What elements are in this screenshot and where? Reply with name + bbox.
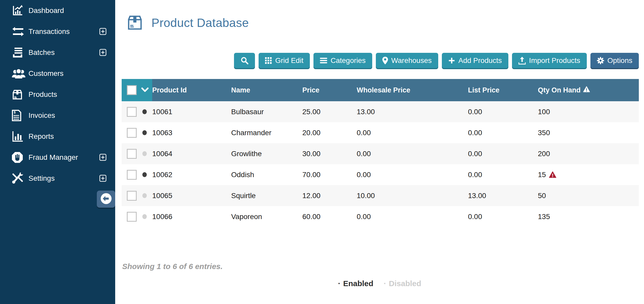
add-products-button[interactable]: Add Products	[442, 53, 508, 68]
chevron-down-icon[interactable]	[141, 87, 149, 93]
disabled-bullet: ·	[384, 279, 386, 288]
fraud-manager-icon	[11, 151, 28, 163]
cell-list-price: 13.00	[468, 192, 538, 200]
categories-button[interactable]: Categories	[313, 53, 372, 68]
expand-plus-icon[interactable]	[99, 49, 106, 56]
cell-wholesale-price: 10.00	[357, 192, 468, 200]
cell-price: 12.00	[302, 192, 357, 200]
cell-name: Squirtle	[231, 192, 302, 200]
sidebar-item-customers[interactable]: Customers	[0, 63, 115, 84]
table-row[interactable]: 10063 Charmander 20.00 0.00 0.00 350	[122, 122, 639, 143]
cell-qty-on-hand: 135	[538, 213, 639, 221]
cell-wholesale-price: 13.00	[357, 108, 468, 116]
sidebar-item-label: Invoices	[28, 111, 55, 120]
toolbar: Grid Edit Categories Warehouses Add Prod…	[234, 53, 639, 68]
arrow-left-circle-icon	[100, 193, 112, 206]
sidebar-item-dashboard[interactable]: Dashboard	[0, 0, 115, 21]
table-row[interactable]: 10064 Growlithe 30.00 0.00 0.00 200	[122, 143, 639, 164]
row-checkbox[interactable]	[127, 191, 137, 201]
options-button-label: Options	[608, 56, 633, 65]
row-checkbox[interactable]	[127, 149, 137, 159]
sidebar-item-settings[interactable]: Settings	[0, 168, 115, 189]
column-header-price[interactable]: Price	[302, 86, 357, 94]
product-database-page: Dashboard Transactions Batches	[0, 0, 644, 304]
plus-icon	[448, 57, 455, 64]
page-title: Product Database	[151, 16, 249, 30]
row-checkbox[interactable]	[127, 107, 137, 117]
table-header-row: Product Id Name Price Wholesale Price Li…	[122, 79, 639, 101]
row-checkbox[interactable]	[127, 170, 137, 180]
cell-product-id: 10062	[152, 171, 231, 179]
expand-plus-icon[interactable]	[99, 154, 106, 161]
cell-qty-on-hand: 200	[538, 150, 639, 158]
table-row[interactable]: 10061 Bulbasaur 25.00 13.00 0.00 100	[122, 101, 639, 122]
cell-qty-on-hand: 350	[538, 129, 639, 137]
warning-triangle-icon	[583, 86, 590, 94]
reports-icon	[11, 131, 28, 142]
column-header-qty-on-hand[interactable]: Qty On Hand	[538, 86, 639, 94]
sidebar-item-invoices[interactable]: $ Invoices	[0, 105, 115, 126]
product-box-icon	[126, 13, 144, 32]
cell-product-id: 10064	[152, 150, 231, 158]
sidebar-item-label: Dashboard	[28, 6, 64, 15]
sidebar-item-transactions[interactable]: Transactions	[0, 21, 115, 42]
cell-price: 70.00	[302, 171, 357, 179]
column-header-product-id[interactable]: Product Id	[152, 86, 231, 94]
column-header-wholesale-price[interactable]: Wholesale Price	[357, 86, 468, 94]
import-products-button[interactable]: Import Products	[512, 53, 587, 68]
sidebar-item-reports[interactable]: Reports	[0, 126, 115, 147]
cell-qty-on-hand: 15	[538, 171, 639, 179]
cell-wholesale-price: 0.00	[357, 129, 468, 137]
cell-list-price: 0.00	[468, 171, 538, 179]
row-checkbox[interactable]	[127, 128, 137, 138]
enabled-bullet: ·	[338, 279, 341, 288]
status-dot	[142, 172, 147, 177]
cell-wholesale-price: 0.00	[357, 171, 468, 179]
low-stock-warning-icon	[549, 171, 556, 178]
sidebar-item-products[interactable]: Products	[0, 84, 115, 105]
gear-icon	[597, 57, 604, 64]
collapse-sidebar-button[interactable]	[97, 191, 115, 208]
options-button[interactable]: Options	[590, 53, 639, 68]
products-icon	[11, 89, 28, 100]
cell-product-id: 10066	[152, 213, 231, 221]
warehouses-button[interactable]: Warehouses	[376, 53, 438, 68]
table-body: 10061 Bulbasaur 25.00 13.00 0.00 100	[122, 101, 639, 227]
expand-plus-icon[interactable]	[99, 175, 106, 182]
grid-edit-button-label: Grid Edit	[275, 56, 303, 65]
svg-text:$: $	[14, 110, 16, 114]
select-all-checkbox[interactable]	[127, 85, 137, 95]
sidebar-item-fraud-manager[interactable]: Fraud Manager	[0, 147, 115, 168]
expand-plus-icon[interactable]	[99, 28, 106, 35]
cell-product-id: 10065	[152, 192, 231, 200]
invoices-icon: $	[11, 109, 28, 122]
cell-price: 60.00	[302, 213, 357, 221]
sidebar: Dashboard Transactions Batches	[0, 0, 115, 304]
batches-icon	[11, 47, 28, 59]
grid-edit-button[interactable]: Grid Edit	[259, 53, 310, 68]
legend-enabled-label: Enabled	[343, 279, 374, 288]
cell-list-price: 0.00	[468, 108, 538, 116]
cell-product-id: 10061	[152, 108, 231, 116]
cell-product-id: 10063	[152, 129, 231, 137]
main-content: Product Database Grid Edit Categories	[115, 0, 644, 304]
sidebar-item-label: Customers	[28, 69, 63, 78]
table-row[interactable]: 10065 Squirtle 12.00 10.00 13.00 50	[122, 185, 639, 206]
cell-qty-on-hand: 50	[538, 192, 639, 200]
legend-disabled-label: Disabled	[389, 279, 421, 288]
column-header-list-price[interactable]: List Price	[468, 86, 538, 94]
cell-name: Bulbasaur	[231, 108, 302, 116]
categories-button-label: Categories	[331, 56, 365, 65]
select-all-cell	[122, 79, 152, 101]
cell-wholesale-price: 0.00	[357, 150, 468, 158]
sidebar-item-label: Fraud Manager	[28, 153, 78, 162]
sidebar-item-batches[interactable]: Batches	[0, 42, 115, 63]
status-dot	[142, 130, 147, 135]
warehouses-button-label: Warehouses	[391, 56, 432, 65]
column-header-name[interactable]: Name	[231, 86, 302, 94]
search-button[interactable]	[234, 53, 255, 68]
row-checkbox[interactable]	[127, 212, 137, 222]
table-row[interactable]: 10066 Vaporeon 60.00 0.00 0.00 135	[122, 206, 639, 227]
table-row[interactable]: 10062 Oddish 70.00 0.00 0.00 15	[122, 164, 639, 185]
status-dot	[142, 109, 147, 114]
